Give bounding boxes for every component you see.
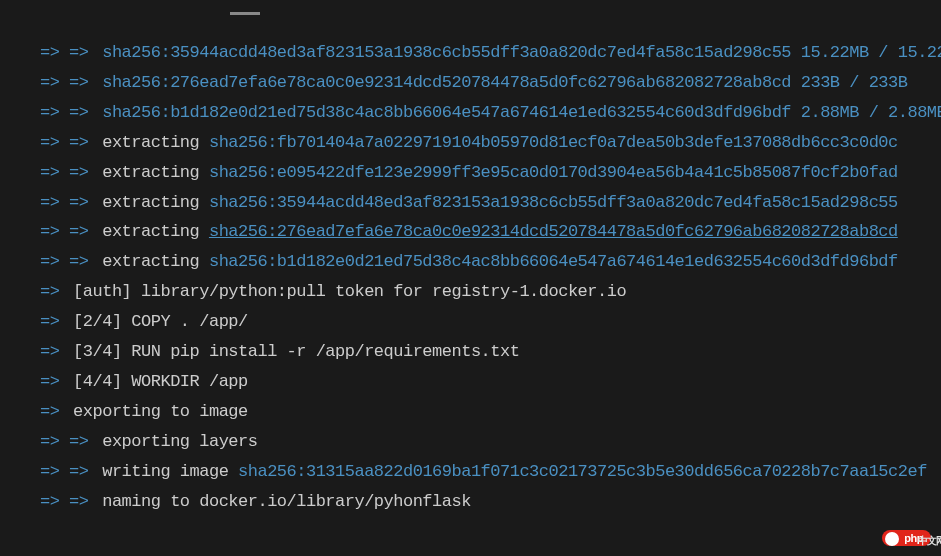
output-line: => [4/4] WORKDIR /app <box>40 367 941 397</box>
arrow-prefix: => => <box>40 492 98 511</box>
output-line: => => writing image sha256:31315aa822d01… <box>40 457 941 487</box>
output-line: => => extracting sha256:e095422dfe123e29… <box>40 158 941 188</box>
sha-hash: sha256:31315aa822d0169ba1f071c3c02173725… <box>238 462 927 481</box>
action-label: writing image <box>102 462 238 481</box>
sha-hash: sha256:35944acdd48ed3af823153a1938c6cb55… <box>209 193 898 212</box>
arrow-prefix: => => <box>40 163 98 182</box>
output-line: => [2/4] COPY . /app/ <box>40 307 941 337</box>
arrow-prefix: => => <box>40 103 98 122</box>
terminal-output: => => sha256:35944acdd48ed3af823153a1938… <box>40 10 941 517</box>
status-line: naming to docker.io/library/pyhonflask <box>102 492 471 511</box>
action-label: extracting <box>102 163 209 182</box>
status-line: [auth] library/python:pull token for reg… <box>73 282 626 301</box>
output-line: => => naming to docker.io/library/pyhonf… <box>40 487 941 517</box>
sha-line: sha256:b1d182e0d21ed75d38c4ac8bb66064e54… <box>102 103 941 122</box>
sha-hash: sha256:fb701404a7a0229719104b05970d81ecf… <box>209 133 898 152</box>
output-line: => => sha256:b1d182e0d21ed75d38c4ac8bb66… <box>40 98 941 128</box>
action-label: extracting <box>102 193 209 212</box>
arrow-prefix: => => <box>40 193 98 212</box>
arrow-prefix: => => <box>40 252 98 271</box>
output-line: => => extracting sha256:35944acdd48ed3af… <box>40 188 941 218</box>
sha-hash: sha256:b1d182e0d21ed75d38c4ac8bb66064e54… <box>209 252 898 271</box>
action-label: extracting <box>102 252 209 271</box>
output-line: => [auth] library/python:pull token for … <box>40 277 941 307</box>
arrow-prefix: => <box>40 372 69 391</box>
arrow-prefix: => => <box>40 43 98 62</box>
arrow-prefix: => <box>40 312 69 331</box>
badge-tail: 中文网 <box>918 534 941 548</box>
arrow-prefix: => <box>40 282 69 301</box>
output-line: => => sha256:276ead7efa6e78ca0c0e92314dc… <box>40 68 941 98</box>
output-line: => => extracting sha256:276ead7efa6e78ca… <box>40 217 941 247</box>
sha-hash: sha256:e095422dfe123e2999ff3e95ca0d0170d… <box>209 163 898 182</box>
arrow-prefix: => => <box>40 462 98 481</box>
output-line: => => exporting layers <box>40 427 941 457</box>
status-line: [4/4] WORKDIR /app <box>73 372 248 391</box>
status-line: exporting layers <box>102 432 257 451</box>
arrow-prefix: => => <box>40 222 98 241</box>
status-line: [2/4] COPY . /app/ <box>73 312 248 331</box>
action-label: extracting <box>102 133 209 152</box>
action-label: extracting <box>102 222 209 241</box>
watermark-badge: php 中文网 <box>882 530 931 546</box>
sha-hash: sha256:276ead7efa6e78ca0c0e92314dcd52078… <box>209 222 898 241</box>
arrow-prefix: => => <box>40 133 98 152</box>
sha-line: sha256:276ead7efa6e78ca0c0e92314dcd52078… <box>102 73 907 92</box>
output-line: => exporting to image <box>40 397 941 427</box>
arrow-prefix: => => <box>40 432 98 451</box>
status-line: exporting to image <box>73 402 248 421</box>
sha-line: sha256:35944acdd48ed3af823153a1938c6cb55… <box>102 43 941 62</box>
arrow-prefix: => => <box>40 73 98 92</box>
output-line: => => extracting sha256:b1d182e0d21ed75d… <box>40 247 941 277</box>
arrow-prefix: => <box>40 342 69 361</box>
titlebar-handle <box>230 12 260 15</box>
output-line: => [3/4] RUN pip install -r /app/require… <box>40 337 941 367</box>
arrow-prefix: => <box>40 402 69 421</box>
status-line: [3/4] RUN pip install -r /app/requiremen… <box>73 342 519 361</box>
output-line: => => extracting sha256:fb701404a7a02297… <box>40 128 941 158</box>
output-line: => => sha256:35944acdd48ed3af823153a1938… <box>40 38 941 68</box>
